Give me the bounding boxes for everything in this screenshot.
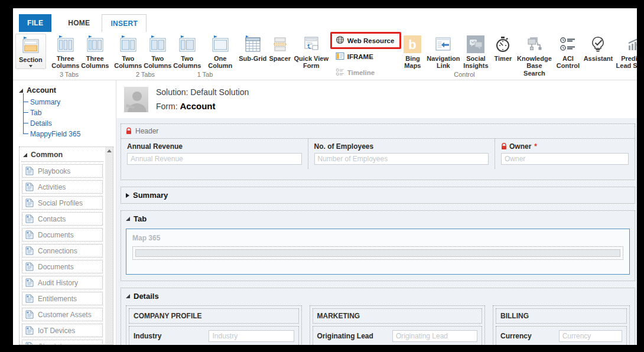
sidebar-item-iot-devices[interactable]: IoT Devices [22,324,103,337]
header-field-annual-revenue[interactable]: Annual Revenue [121,139,308,169]
tree-item-summary[interactable]: Summary [22,97,113,107]
spacer-button[interactable]: Spacer [267,34,293,62]
main-panel: Solution: Default Solution Form: Account… [116,80,637,345]
sidebar-item-entitlements[interactable]: Entitlements [22,292,103,305]
summary-section[interactable]: Summary [121,187,635,204]
audit-history-icon [25,278,34,287]
entity-avatar [124,87,148,112]
social-profiles-icon [25,198,34,207]
common-header-label: Common [31,151,63,159]
tree-item-details[interactable]: Details [22,118,113,129]
header-section-title-row: Header [121,124,635,138]
tree-children: SummaryTabDetailsMappyField 365 [22,97,113,139]
details-column-marketing[interactable]: MARKETING Originating Lead [310,305,486,345]
two-columns-button-1[interactable]: Two Columns [113,34,143,70]
header-section-label: Header [135,127,158,135]
iframe-icon [336,52,344,61]
social-insights-button[interactable]: Social Insights [460,34,491,70]
sidebar-item-contacts[interactable]: Contacts [22,212,103,226]
details-column-billing[interactable]: BILLING Currency [493,305,630,345]
solution-title: Solution: Default Solution [156,87,249,97]
quick-view-form-button[interactable]: Quick View Form [293,34,330,70]
originating-lead-input[interactable] [392,330,477,342]
bing-maps-button[interactable]: b Bing Maps [399,34,426,70]
iframe-button[interactable]: IFRAME [336,52,373,61]
one-column-button[interactable]: One Column [206,34,235,70]
header-section[interactable]: Header Annual Revenue No. of Employees [121,123,635,180]
ribbon: Section Three Columns Three Columns Two … [13,32,637,80]
field-label: No. of Employees [314,142,374,151]
expanded-triangle-icon [23,153,27,157]
three-columns-button-1[interactable]: Three Columns [51,34,80,70]
originating-lead-field-row[interactable]: Originating Lead [313,326,483,345]
sidebar-item-playbooks[interactable]: Playbooks [22,164,103,178]
common-scrollbar[interactable] [105,147,113,344]
sidebar-item-documents[interactable]: Documents [22,228,103,242]
common-panel: Common PlaybooksActivitiesSocial Profile… [19,146,113,345]
sidebar-item-social-profiles[interactable]: Social Profiles [22,196,103,210]
tab-home[interactable]: HOME [60,14,98,32]
common-section-header[interactable]: Common [21,148,103,162]
section-button[interactable]: Section [15,34,46,69]
sidebar-item-audit-history[interactable]: Audit History [22,276,103,289]
no-of-employees-input[interactable] [314,153,489,165]
three-columns-button-2[interactable]: Three Columns [80,34,110,70]
sub-grid-button[interactable]: Sub-Grid [239,34,267,62]
header-field-owner[interactable]: Owner * [495,139,635,169]
timeline-button[interactable]: Timeline [336,68,375,77]
web-resource-placeholder-strip[interactable] [132,246,623,260]
two-columns-button-2[interactable]: Two Columns [143,34,173,70]
currency-field-row[interactable]: Currency [496,326,627,345]
sidebar-item-label: Playbooks [38,167,70,175]
social-insights-icon [467,35,484,54]
tab-content-box[interactable]: Map 365 [126,229,630,275]
tree-item-tab[interactable]: Tab [22,107,113,118]
navigation-link-button[interactable]: Navigation Link [426,34,460,70]
group-label-2-tabs: 2 Tabs [136,71,155,78]
knowledge-base-search-button[interactable]: Knowledge Base Search [515,34,554,77]
sidebar-item-label: Documents [38,231,74,239]
currency-input[interactable] [559,330,622,342]
scroll-up-arrow-icon[interactable] [107,149,112,152]
social-insights-label: Social Insights [460,55,491,70]
tree-root-account[interactable]: Account [19,86,113,94]
owner-input[interactable] [501,153,629,165]
sub-grid-icon [244,35,262,54]
industry-field-row[interactable]: Industry [129,326,299,345]
form-title: Form: Account [156,101,249,111]
header-field-no-of-employees[interactable]: No. of Employees [308,139,496,169]
industry-input[interactable] [209,330,294,342]
tab-insert[interactable]: INSERT [102,14,147,32]
details-column-company-profile[interactable]: COMPANY PROFILE Industry [126,305,302,345]
sidebar-item-connections[interactable]: Connections [22,244,103,258]
form-title-value: Account [180,101,215,111]
tree-item-mappyfield-365[interactable]: MappyField 365 [22,129,113,139]
sidebar-item-activities[interactable]: Activities [22,180,103,194]
sidebar-item-label: Contacts [38,215,66,223]
two-columns-button-3[interactable]: Two Columns [173,34,202,70]
annual-revenue-input[interactable] [127,153,302,165]
tab-file[interactable]: FILE [19,14,51,32]
sidebar-item-documents[interactable]: Documents [22,260,103,273]
details-section[interactable]: Details COMPANY PROFILE Industry MARKETI… [121,288,635,345]
aci-control-button[interactable]: ACI Control [554,34,582,70]
sidebar-item-label: Customer Assets [38,311,92,319]
map365-web-resource-label: Map 365 [132,234,623,242]
quick-view-form-label: Quick View Form [293,55,330,70]
assistant-icon [589,35,607,54]
timer-button[interactable]: Timer [491,34,515,62]
sidebar-item-label: Documents [38,263,74,271]
sidebar-item-label: Audit History [38,279,78,287]
entitlements-icon [25,294,34,303]
playbooks-icon [25,167,34,175]
predictive-lead-scoring-button[interactable]: Predictive Lead Scoring [614,34,637,70]
predictive-lead-scoring-icon [626,35,637,54]
sidebar-item-check-ins[interactable]: Check Ins [22,340,103,345]
form-canvas: Header Annual Revenue No. of Employees [116,118,637,345]
assistant-button[interactable]: Assistant [582,34,614,62]
web-resource-button[interactable]: Web Resource [336,35,395,45]
tab-section[interactable]: Tab Map 365 [121,210,635,281]
sidebar-item-customer-assets[interactable]: Customer Assets [22,308,103,321]
quick-view-form-icon [303,35,320,54]
group-label-control: Control [454,71,474,78]
